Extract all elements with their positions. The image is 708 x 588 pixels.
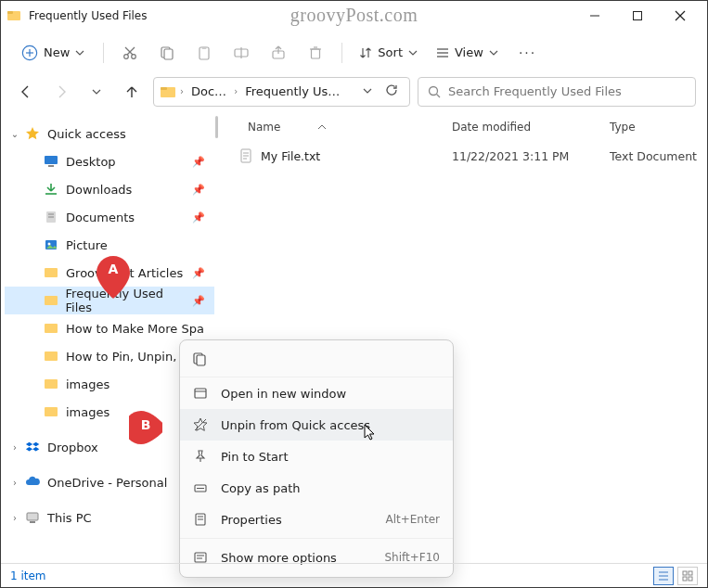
details-view-toggle[interactable] xyxy=(653,567,674,585)
paste-button[interactable] xyxy=(187,36,221,70)
context-item-open-new-window[interactable]: Open in new window xyxy=(180,377,453,409)
svg-rect-67 xyxy=(683,571,687,575)
sidebar-item-downloads[interactable]: Downloads 📌 xyxy=(5,175,214,203)
context-item-copy-path[interactable]: Copy as path xyxy=(180,472,453,504)
column-header-name[interactable]: Name xyxy=(220,121,452,134)
view-button[interactable]: View xyxy=(429,42,506,63)
[interactable]: Type xyxy=(610,121,707,134)
file-date: 11/22/2021 3:11 PM xyxy=(452,149,610,163)
back-button[interactable] xyxy=(12,78,40,106)
context-label: Open in new window xyxy=(221,387,346,401)
search-placeholder: Search Frequently Used Files xyxy=(448,84,622,98)
expander-icon[interactable]: › xyxy=(6,442,23,453)
sort-button[interactable]: Sort xyxy=(352,42,425,63)
copy-icon[interactable] xyxy=(191,351,208,371)
file-row[interactable]: My File.txt 11/22/2021 3:11 PM Text Docu… xyxy=(220,142,707,170)
annotation-marker-a: A xyxy=(97,256,130,299)
sidebar-item-documents[interactable]: Documents 📌 xyxy=(5,203,214,231)
sidebar-label: This PC xyxy=(47,511,92,525)
context-label: Copy as path xyxy=(221,481,301,495)
breadcrumb-item[interactable]: Frequently Us… xyxy=(241,83,343,100)
context-label: Properties xyxy=(221,513,282,527)
svg-rect-30 xyxy=(45,156,58,164)
sidebar-label: Quick access xyxy=(47,127,126,141)
svg-rect-70 xyxy=(689,577,692,581)
command-bar: New Sort View ··· xyxy=(1,31,707,75)
forward-button[interactable] xyxy=(47,78,75,106)
svg-rect-69 xyxy=(683,577,687,581)
view-label: View xyxy=(455,45,483,59)
unpin-icon xyxy=(193,417,208,432)
context-label: Unpin from Quick access xyxy=(221,418,370,432)
search-icon xyxy=(428,85,441,98)
sidebar-item-quick-access[interactable]: ⌄ Quick access xyxy=(5,120,214,147)
sidebar-item-desktop[interactable]: Desktop 📌 xyxy=(5,147,214,175)
breadcrumb-item[interactable]: Doc… xyxy=(187,83,230,100)
maximize-button[interactable] xyxy=(616,1,659,31)
context-item-unpin[interactable]: Unpin from Quick access xyxy=(180,409,453,441)
sidebar-label: Desktop xyxy=(66,155,116,169)
rename-button[interactable] xyxy=(225,36,258,70)
properties-icon xyxy=(193,512,208,527)
context-item-pin-start[interactable]: Pin to Start xyxy=(180,441,453,472)
svg-point-9 xyxy=(124,54,129,58)
recent-locations-button[interactable] xyxy=(83,78,110,106)
context-menu: Open in new window Unpin from Quick acce… xyxy=(179,339,454,578)
pin-icon: 📌 xyxy=(192,184,205,196)
folder-icon xyxy=(160,84,176,99)
more-button[interactable]: ··· xyxy=(509,42,546,64)
share-button[interactable] xyxy=(262,36,295,70)
svg-point-10 xyxy=(132,54,136,58)
refresh-button[interactable] xyxy=(380,83,404,99)
expander-icon[interactable]: › xyxy=(6,513,23,523)
chevron-right-icon: › xyxy=(234,86,238,96)
column-header-date[interactable]: Date modified xyxy=(452,121,610,134)
svg-rect-20 xyxy=(312,49,320,58)
search-input[interactable]: Search Frequently Used Files xyxy=(418,77,696,107)
sidebar-label: images xyxy=(66,377,109,391)
onedrive-icon xyxy=(23,475,42,490)
folder-icon xyxy=(42,265,60,280)
marker-label: A xyxy=(97,262,130,276)
file-type: Text Document xyxy=(610,149,707,163)
sidebar-item-folder[interactable]: How to Make More Spa xyxy=(5,314,214,342)
path-icon xyxy=(193,480,208,495)
delete-button[interactable] xyxy=(299,36,332,70)
sidebar-label: images xyxy=(66,405,109,419)
address-bar[interactable]: › Doc… › Frequently Us… xyxy=(153,77,410,107)
pin-icon: 📌 xyxy=(192,156,205,168)
expander-icon[interactable]: ⌄ xyxy=(6,129,23,139)
context-item-properties[interactable]: Properties Alt+Enter xyxy=(180,504,453,535)
folder-icon xyxy=(42,377,60,391)
svg-rect-14 xyxy=(164,49,173,59)
expander-icon[interactable]: › xyxy=(6,478,23,488)
column-label: Name xyxy=(248,121,280,134)
svg-rect-40 xyxy=(45,324,58,333)
sort-label: Sort xyxy=(378,45,403,59)
folder-icon xyxy=(42,321,60,336)
chevron-down-icon xyxy=(408,48,418,58)
copy-button[interactable] xyxy=(150,36,184,70)
pin-icon: 📌 xyxy=(192,211,205,224)
svg-rect-16 xyxy=(202,46,207,49)
sidebar-label: Dropbox xyxy=(47,441,98,454)
thumbnails-view-toggle[interactable] xyxy=(677,567,698,585)
separator xyxy=(341,43,342,63)
address-history-button[interactable] xyxy=(359,84,376,98)
new-button[interactable]: New xyxy=(12,41,94,65)
pictures-icon xyxy=(42,237,60,252)
pin-icon xyxy=(193,449,208,464)
minimize-button[interactable] xyxy=(573,1,616,31)
sidebar-item-pictures[interactable]: Picture xyxy=(5,231,214,259)
svg-rect-51 xyxy=(197,355,205,365)
file-name: My File.txt xyxy=(261,149,320,163)
window-title: Frequently Used Files xyxy=(29,9,147,22)
up-button[interactable] xyxy=(118,78,146,106)
annotation-marker-b: B xyxy=(129,406,162,449)
close-button[interactable] xyxy=(659,1,702,31)
dropbox-icon xyxy=(23,440,42,454)
cut-button[interactable] xyxy=(113,36,147,70)
cursor-icon xyxy=(364,424,377,442)
shortcut-label: Alt+Enter xyxy=(385,513,440,526)
sidebar-label: How to Make More Spa xyxy=(66,322,204,336)
